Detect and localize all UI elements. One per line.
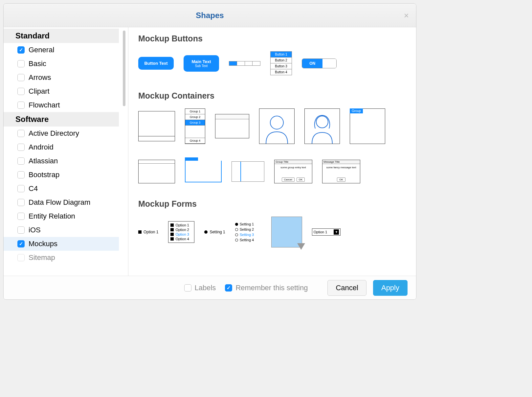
dialog-header: Message Title bbox=[322, 160, 360, 164]
labels-text: Labels bbox=[195, 284, 216, 292]
sidebar-item-c4[interactable]: C4 bbox=[4, 182, 119, 196]
sidebar-item-label: Clipart bbox=[29, 87, 50, 96]
button-sub-label: Sub Text bbox=[189, 64, 213, 68]
checkbox-icon bbox=[170, 223, 174, 227]
sidebar-item-label: Active Directory bbox=[29, 129, 79, 138]
dialog-body: Standard General Basic Arrows Clipart bbox=[4, 27, 416, 276]
checkbox-icon[interactable] bbox=[17, 144, 25, 151]
shape-checkbox-list[interactable]: Option 1 Option 2 Option 3 Option 4 bbox=[168, 221, 194, 243]
checkbox-icon bbox=[170, 237, 174, 241]
tab-content bbox=[185, 126, 205, 138]
group-tab-label: Group bbox=[350, 108, 363, 113]
toggle-off bbox=[322, 59, 336, 68]
sidebar-item-atlassian[interactable]: Atlassian bbox=[4, 154, 119, 168]
vnav-item: Button 2 bbox=[271, 58, 292, 63]
vnav-item: Button 3 bbox=[271, 63, 292, 69]
shape-button-text[interactable]: Button Text bbox=[138, 57, 174, 70]
shape-toggle[interactable]: ON bbox=[302, 58, 337, 68]
sidebar-item-bootstrap[interactable]: Bootstrap bbox=[4, 168, 119, 182]
sidebar-item-mockups[interactable]: Mockups bbox=[4, 237, 119, 251]
checkbox-icon[interactable] bbox=[17, 226, 25, 234]
sidebar-item-arrows[interactable]: Arrows bbox=[4, 71, 119, 84]
checkbox-icon[interactable] bbox=[17, 213, 25, 220]
checkbox-icon[interactable] bbox=[17, 254, 25, 261]
svg-point-1 bbox=[316, 116, 328, 128]
checkbox-icon[interactable] bbox=[225, 284, 232, 292]
checkbox-icon[interactable] bbox=[17, 185, 25, 192]
checkbox-icon[interactable] bbox=[17, 130, 25, 137]
shape-checkbox-single[interactable]: Option 1 bbox=[138, 230, 158, 234]
checkbox-icon bbox=[170, 228, 174, 231]
radio-icon bbox=[235, 233, 238, 236]
shape-radio-list[interactable]: Setting 1 Setting 2 Setting 3 Setting 4 bbox=[235, 222, 261, 243]
shape-dialog-two-buttons[interactable]: Group Title some group entry text Cancel… bbox=[274, 160, 312, 183]
checkbox-icon[interactable] bbox=[17, 46, 25, 54]
shape-color-picker[interactable] bbox=[271, 217, 302, 247]
checkbox-icon[interactable] bbox=[17, 102, 25, 109]
checkbox-icon[interactable] bbox=[17, 88, 25, 95]
scrollbar-thumb[interactable] bbox=[123, 31, 125, 106]
shape-split-panel[interactable] bbox=[232, 161, 264, 182]
checkbox-icon bbox=[138, 230, 142, 234]
sidebar-item-ios[interactable]: iOS bbox=[4, 223, 119, 237]
shape-window[interactable] bbox=[215, 114, 249, 138]
sidebar-item-flowchart[interactable]: Flowchart bbox=[4, 98, 119, 112]
sidebar-item-label: Mockups bbox=[29, 240, 57, 248]
checkbox-icon[interactable] bbox=[17, 60, 25, 67]
close-icon[interactable]: × bbox=[404, 10, 409, 20]
shape-dialog-one-button[interactable]: Message Title some fancy message text OK bbox=[322, 160, 360, 183]
checkbox-icon[interactable] bbox=[17, 171, 25, 178]
sidebar-item-android[interactable]: Android bbox=[4, 140, 119, 154]
checkbox-icon[interactable] bbox=[17, 199, 25, 206]
remember-toggle[interactable]: Remember this setting bbox=[225, 284, 308, 292]
sidebar-item-clipart[interactable]: Clipart bbox=[4, 84, 119, 98]
sidebar-item-active-directory[interactable]: Active Directory bbox=[4, 127, 119, 140]
checkbox-icon[interactable] bbox=[184, 284, 191, 292]
titlebar: Shapes × bbox=[4, 4, 416, 27]
shape-horizontal-nav[interactable] bbox=[229, 61, 260, 66]
shape-browser-footer[interactable] bbox=[138, 111, 175, 141]
sidebar-item-sitemap[interactable]: Sitemap bbox=[4, 251, 119, 265]
shape-browser-window[interactable] bbox=[138, 160, 175, 183]
checkbox-icon[interactable] bbox=[17, 74, 25, 81]
shape-avatar-female[interactable] bbox=[304, 108, 340, 144]
cancel-button[interactable]: Cancel bbox=[327, 280, 366, 296]
shape-accordion[interactable]: Group 1 Group 2 Group 3 Group 4 bbox=[185, 108, 205, 144]
tab-item: Group 4 bbox=[185, 138, 205, 144]
shape-dropdown[interactable]: Option 1 ▼ bbox=[312, 228, 341, 236]
section-title-containers: Mockup Containers bbox=[138, 91, 406, 101]
shape-radio-single[interactable]: Setting 1 bbox=[204, 230, 225, 234]
checkbox-icon[interactable] bbox=[17, 240, 25, 247]
sidebar-item-data-flow-diagram[interactable]: Data Flow Diagram bbox=[4, 196, 119, 209]
shape-avatar-male[interactable] bbox=[259, 108, 295, 144]
sidebar-item-label: C4 bbox=[29, 184, 38, 193]
option-label: Setting 4 bbox=[240, 238, 254, 242]
sidebar-item-entity-relation[interactable]: Entity Relation bbox=[4, 209, 119, 223]
shapes-dialog: Shapes × Standard General Basic Arrows bbox=[3, 3, 416, 300]
group-header-software: Software bbox=[4, 112, 119, 127]
sidebar-item-label: Atlassian bbox=[29, 157, 58, 165]
option-label: Option 4 bbox=[175, 237, 189, 241]
labels-toggle[interactable]: Labels bbox=[184, 284, 216, 292]
sidebar-item-general[interactable]: General bbox=[4, 43, 119, 57]
vnav-item: Button 1 bbox=[271, 52, 292, 58]
checkbox-icon[interactable] bbox=[17, 157, 25, 165]
sidebar-item-label: iOS bbox=[29, 226, 41, 234]
sidebar-item-label: Arrows bbox=[29, 73, 51, 82]
shape-button-main-sub[interactable]: Main Text Sub Text bbox=[184, 55, 219, 72]
forms-row: Option 1 Option 1 Option 2 Option 3 Opti… bbox=[138, 217, 406, 247]
shape-vertical-nav[interactable]: Button 1 Button 2 Button 3 Button 4 bbox=[270, 51, 292, 75]
option-label: Setting 2 bbox=[240, 227, 254, 231]
preview-pane: Mockup Buttons Button Text Main Text Sub… bbox=[128, 27, 416, 276]
apply-button[interactable]: Apply bbox=[373, 280, 408, 296]
checkbox-icon bbox=[170, 233, 174, 236]
dialog-title: Shapes bbox=[196, 11, 224, 20]
shape-tabbed-window[interactable] bbox=[185, 161, 222, 182]
tab-item: Group 1 bbox=[185, 109, 205, 114]
sidebar-item-basic[interactable]: Basic bbox=[4, 57, 119, 71]
radio-icon bbox=[235, 223, 238, 226]
sidebar: Standard General Basic Arrows Clipart bbox=[4, 27, 128, 276]
option-label: Setting 1 bbox=[210, 230, 225, 234]
option-label: Option 3 bbox=[175, 232, 189, 236]
shape-group-box[interactable]: Group bbox=[350, 108, 385, 144]
